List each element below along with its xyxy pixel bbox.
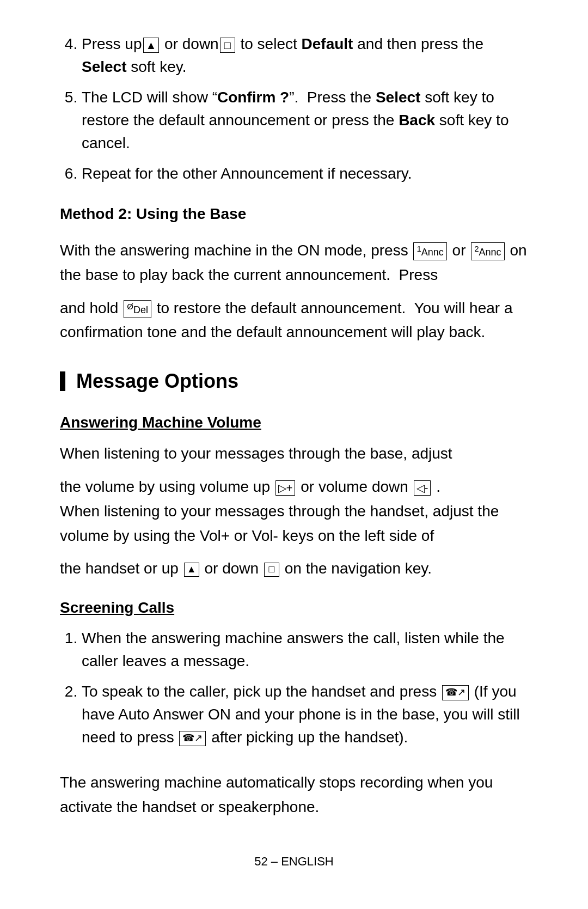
answering-volume-body3: the handset or up ▲ or down □ on the nav… [60,557,528,581]
numbered-list-top: Press up▲ or down□ to select Default and… [60,33,528,185]
screening-list: When the answering machine answers the c… [60,627,528,749]
method2-body: With the answering machine in the ON mod… [60,239,528,288]
nav-down-icon: □ [264,563,279,577]
page-content: Press up▲ or down□ to select Default and… [60,33,528,870]
method2-heading: Method 2: Using the Base [60,203,528,225]
section-bar-icon [60,371,65,391]
up-arrow-icon: ▲ [143,38,160,53]
vol-down-icon: ◁- [414,480,431,496]
screening-calls-heading: Screening Calls [60,596,528,619]
list-item-5: The LCD will show “Confirm ?”. Press the… [82,86,528,155]
annc2-icon: 2Annc [471,242,504,260]
screening-item-1: When the answering machine answers the c… [82,627,528,673]
del-icon: ØDel [124,300,151,318]
annc1-icon: 1Annc [413,242,446,260]
nav-up-icon: ▲ [184,563,199,577]
method2-body2: and hold ØDel to restore the default ann… [60,296,528,345]
down-arrow-icon: □ [220,38,235,53]
answering-volume-body2: the volume by using volume up ▷+ or volu… [60,475,528,548]
list-item-4: Press up▲ or down□ to select Default and… [82,33,528,78]
page-number: 52 – ENGLISH [60,852,528,870]
phone-icon: ☎↗ [442,685,469,700]
message-options-heading: Message Options [60,367,528,396]
answering-volume-body: When listening to your messages through … [60,442,528,466]
footer-body: The answering machine automatically stop… [60,771,528,820]
screening-item-2: To speak to the caller, pick up the hand… [82,680,528,749]
vol-up-icon: ▷+ [275,480,296,496]
answering-volume-heading: Answering Machine Volume [60,411,528,434]
list-item-6: Repeat for the other Announcement if nec… [82,162,528,185]
phone-icon2: ☎↗ [179,731,206,746]
